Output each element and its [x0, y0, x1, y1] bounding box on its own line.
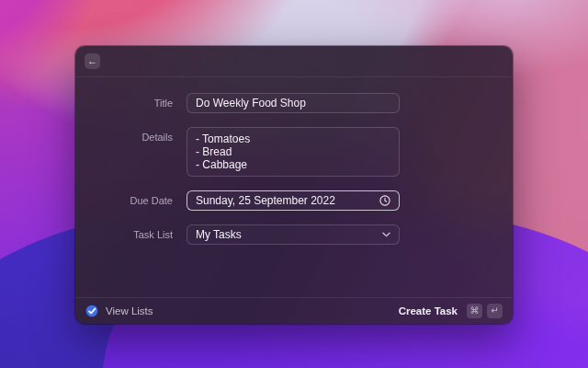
due-date-row: Due Date Sunday, 25 September 2022	[75, 190, 513, 211]
details-label: Details	[75, 132, 173, 143]
details-textarea[interactable]: - Tomatoes - Bread - Cabbage	[187, 127, 400, 177]
return-key-icon: ↵	[487, 304, 503, 318]
due-date-label: Due Date	[75, 195, 173, 206]
title-input[interactable]: Do Weekly Food Shop	[187, 93, 400, 113]
task-list-dropdown[interactable]: My Tasks	[187, 224, 400, 245]
details-row: Details - Tomatoes - Bread - Cabbage	[75, 127, 513, 177]
create-task-action[interactable]: Create Task ⌘ ↵	[399, 304, 503, 318]
screen: ← Title Do Weekly Food Shop Details - To…	[0, 0, 588, 368]
create-task-window: ← Title Do Weekly Food Shop Details - To…	[75, 46, 513, 324]
action-bar: View Lists Create Task ⌘ ↵	[75, 297, 513, 324]
create-task-label: Create Task	[399, 305, 458, 316]
view-lists-action[interactable]: View Lists	[85, 305, 153, 317]
back-arrow-icon: ←	[87, 56, 97, 66]
due-date-value: Sunday, 25 September 2022	[196, 194, 374, 207]
window-header: ←	[75, 46, 513, 77]
title-label: Title	[75, 98, 173, 109]
task-list-label: Task List	[75, 229, 173, 240]
chevron-down-icon	[382, 232, 390, 237]
task-list-value: My Tasks	[196, 228, 377, 241]
title-value: Do Weekly Food Shop	[196, 97, 390, 109]
back-button[interactable]: ←	[85, 53, 100, 69]
command-key-icon: ⌘	[467, 304, 482, 318]
task-list-row: Task List My Tasks	[75, 224, 513, 245]
view-lists-label: View Lists	[106, 305, 153, 316]
due-date-picker[interactable]: Sunday, 25 September 2022	[187, 190, 400, 211]
clock-icon	[379, 195, 390, 206]
task-form: Title Do Weekly Food Shop Details - Toma…	[75, 77, 513, 245]
details-value: - Tomatoes - Bread - Cabbage	[196, 132, 390, 171]
google-tasks-icon	[85, 305, 98, 317]
title-row: Title Do Weekly Food Shop	[75, 93, 513, 113]
